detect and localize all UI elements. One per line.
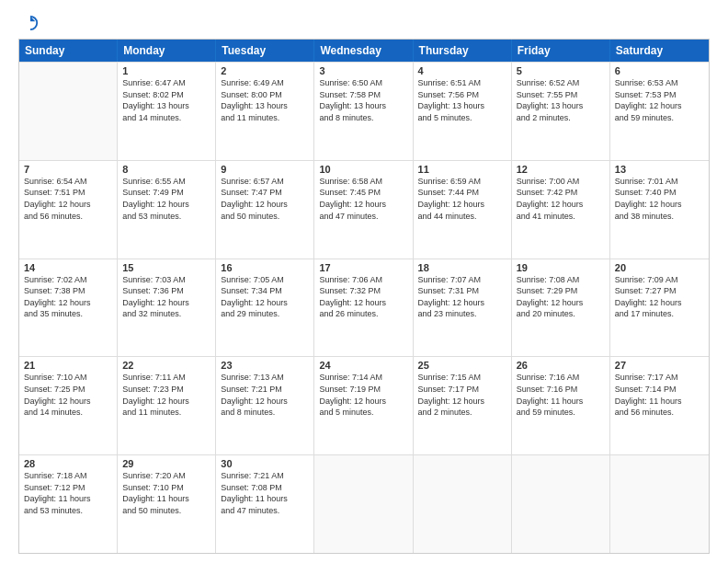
week-row-4: 21Sunrise: 7:10 AMSunset: 7:25 PMDayligh… xyxy=(19,356,709,454)
day-info: Sunrise: 7:16 AMSunset: 7:16 PMDaylight:… xyxy=(517,372,605,418)
week-row-3: 14Sunrise: 7:02 AMSunset: 7:38 PMDayligh… xyxy=(19,259,709,357)
table-row: 1Sunrise: 6:47 AMSunset: 8:02 PMDaylight… xyxy=(118,63,216,160)
day-number: 10 xyxy=(319,164,407,175)
logo xyxy=(18,15,39,31)
header-friday: Friday xyxy=(512,40,610,62)
day-info: Sunrise: 7:03 AMSunset: 7:36 PMDaylight:… xyxy=(122,274,210,320)
day-info: Sunrise: 7:01 AMSunset: 7:40 PMDaylight:… xyxy=(615,176,704,222)
day-info: Sunrise: 6:58 AMSunset: 7:45 PMDaylight:… xyxy=(319,176,407,222)
day-number: 20 xyxy=(615,262,704,273)
day-info: Sunrise: 6:54 AMSunset: 7:51 PMDaylight:… xyxy=(24,176,112,222)
table-row: 17Sunrise: 7:06 AMSunset: 7:32 PMDayligh… xyxy=(314,259,413,357)
day-info: Sunrise: 7:14 AMSunset: 7:19 PMDaylight:… xyxy=(319,372,407,418)
table-row: 6Sunrise: 6:53 AMSunset: 7:53 PMDaylight… xyxy=(610,63,709,160)
table-row: 22Sunrise: 7:11 AMSunset: 7:23 PMDayligh… xyxy=(118,357,216,454)
header xyxy=(18,15,710,31)
day-number: 11 xyxy=(418,164,506,175)
table-row: 18Sunrise: 7:07 AMSunset: 7:31 PMDayligh… xyxy=(414,259,512,357)
day-number: 2 xyxy=(221,65,309,76)
table-row: 24Sunrise: 7:14 AMSunset: 7:19 PMDayligh… xyxy=(314,357,413,454)
day-number: 27 xyxy=(615,360,704,371)
day-info: Sunrise: 6:50 AMSunset: 7:58 PMDaylight:… xyxy=(319,77,407,123)
header-sunday: Sunday xyxy=(19,40,118,62)
table-row: 21Sunrise: 7:10 AMSunset: 7:25 PMDayligh… xyxy=(19,357,118,454)
day-number: 4 xyxy=(418,65,506,76)
day-info: Sunrise: 7:00 AMSunset: 7:42 PMDaylight:… xyxy=(517,176,605,222)
table-row: 26Sunrise: 7:16 AMSunset: 7:16 PMDayligh… xyxy=(512,357,610,454)
calendar-header: Sunday Monday Tuesday Wednesday Thursday… xyxy=(19,40,709,62)
day-number: 13 xyxy=(615,164,704,175)
day-info: Sunrise: 7:17 AMSunset: 7:14 PMDaylight:… xyxy=(615,372,704,418)
day-number: 19 xyxy=(517,262,605,273)
logo-icon xyxy=(22,15,39,31)
week-row-2: 7Sunrise: 6:54 AMSunset: 7:51 PMDaylight… xyxy=(19,160,709,259)
day-number: 5 xyxy=(517,65,605,76)
day-info: Sunrise: 6:52 AMSunset: 7:55 PMDaylight:… xyxy=(517,77,605,123)
day-number: 23 xyxy=(221,360,309,371)
table-row: 14Sunrise: 7:02 AMSunset: 7:38 PMDayligh… xyxy=(19,259,118,357)
table-row: 3Sunrise: 6:50 AMSunset: 7:58 PMDaylight… xyxy=(314,63,413,160)
day-info: Sunrise: 7:08 AMSunset: 7:29 PMDaylight:… xyxy=(517,274,605,320)
table-row: 8Sunrise: 6:55 AMSunset: 7:49 PMDaylight… xyxy=(118,161,216,259)
table-row: 13Sunrise: 7:01 AMSunset: 7:40 PMDayligh… xyxy=(610,161,709,259)
day-number: 17 xyxy=(319,262,407,273)
week-row-5: 28Sunrise: 7:18 AMSunset: 7:12 PMDayligh… xyxy=(19,454,709,553)
table-row xyxy=(314,455,413,553)
table-row: 19Sunrise: 7:08 AMSunset: 7:29 PMDayligh… xyxy=(512,259,610,357)
day-info: Sunrise: 7:11 AMSunset: 7:23 PMDaylight:… xyxy=(122,372,210,418)
table-row: 12Sunrise: 7:00 AMSunset: 7:42 PMDayligh… xyxy=(512,161,610,259)
day-info: Sunrise: 7:18 AMSunset: 7:12 PMDaylight:… xyxy=(24,470,112,516)
day-info: Sunrise: 6:57 AMSunset: 7:47 PMDaylight:… xyxy=(221,176,309,222)
day-info: Sunrise: 7:02 AMSunset: 7:38 PMDaylight:… xyxy=(24,274,112,320)
day-number: 3 xyxy=(319,65,407,76)
table-row xyxy=(512,455,610,553)
week-row-1: 1Sunrise: 6:47 AMSunset: 8:02 PMDaylight… xyxy=(19,62,709,160)
table-row: 5Sunrise: 6:52 AMSunset: 7:55 PMDaylight… xyxy=(512,63,610,160)
day-number: 15 xyxy=(122,262,210,273)
day-number: 16 xyxy=(221,262,309,273)
day-number: 7 xyxy=(24,164,112,175)
day-number: 1 xyxy=(122,65,210,76)
page: Sunday Monday Tuesday Wednesday Thursday… xyxy=(0,0,728,563)
day-number: 28 xyxy=(24,458,112,469)
table-row: 2Sunrise: 6:49 AMSunset: 8:00 PMDaylight… xyxy=(216,63,314,160)
day-info: Sunrise: 7:15 AMSunset: 7:17 PMDaylight:… xyxy=(418,372,506,418)
day-number: 30 xyxy=(221,458,309,469)
day-number: 21 xyxy=(24,360,112,371)
day-number: 14 xyxy=(24,262,112,273)
day-info: Sunrise: 7:07 AMSunset: 7:31 PMDaylight:… xyxy=(418,274,506,320)
day-info: Sunrise: 7:13 AMSunset: 7:21 PMDaylight:… xyxy=(221,372,309,418)
header-tuesday: Tuesday xyxy=(216,40,314,62)
table-row: 9Sunrise: 6:57 AMSunset: 7:47 PMDaylight… xyxy=(216,161,314,259)
day-info: Sunrise: 6:47 AMSunset: 8:02 PMDaylight:… xyxy=(122,77,210,123)
day-info: Sunrise: 7:06 AMSunset: 7:32 PMDaylight:… xyxy=(319,274,407,320)
table-row: 25Sunrise: 7:15 AMSunset: 7:17 PMDayligh… xyxy=(414,357,512,454)
day-number: 26 xyxy=(517,360,605,371)
table-row xyxy=(19,63,118,160)
day-number: 18 xyxy=(418,262,506,273)
header-saturday: Saturday xyxy=(610,40,709,62)
day-info: Sunrise: 7:05 AMSunset: 7:34 PMDaylight:… xyxy=(221,274,309,320)
day-number: 6 xyxy=(615,65,704,76)
table-row: 30Sunrise: 7:21 AMSunset: 7:08 PMDayligh… xyxy=(216,455,314,553)
table-row: 28Sunrise: 7:18 AMSunset: 7:12 PMDayligh… xyxy=(19,455,118,553)
day-number: 24 xyxy=(319,360,407,371)
table-row: 20Sunrise: 7:09 AMSunset: 7:27 PMDayligh… xyxy=(610,259,709,357)
table-row: 11Sunrise: 6:59 AMSunset: 7:44 PMDayligh… xyxy=(414,161,512,259)
table-row: 29Sunrise: 7:20 AMSunset: 7:10 PMDayligh… xyxy=(118,455,216,553)
day-number: 25 xyxy=(418,360,506,371)
day-info: Sunrise: 6:53 AMSunset: 7:53 PMDaylight:… xyxy=(615,77,704,123)
day-info: Sunrise: 7:20 AMSunset: 7:10 PMDaylight:… xyxy=(122,470,210,516)
table-row xyxy=(414,455,512,553)
day-info: Sunrise: 6:55 AMSunset: 7:49 PMDaylight:… xyxy=(122,176,210,222)
table-row: 10Sunrise: 6:58 AMSunset: 7:45 PMDayligh… xyxy=(314,161,413,259)
table-row: 27Sunrise: 7:17 AMSunset: 7:14 PMDayligh… xyxy=(610,357,709,454)
header-thursday: Thursday xyxy=(414,40,512,62)
header-wednesday: Wednesday xyxy=(314,40,413,62)
day-number: 22 xyxy=(122,360,210,371)
day-info: Sunrise: 7:09 AMSunset: 7:27 PMDaylight:… xyxy=(615,274,704,320)
day-info: Sunrise: 6:51 AMSunset: 7:56 PMDaylight:… xyxy=(418,77,506,123)
table-row: 7Sunrise: 6:54 AMSunset: 7:51 PMDaylight… xyxy=(19,161,118,259)
day-info: Sunrise: 7:10 AMSunset: 7:25 PMDaylight:… xyxy=(24,372,112,418)
calendar-body: 1Sunrise: 6:47 AMSunset: 8:02 PMDaylight… xyxy=(19,62,709,553)
